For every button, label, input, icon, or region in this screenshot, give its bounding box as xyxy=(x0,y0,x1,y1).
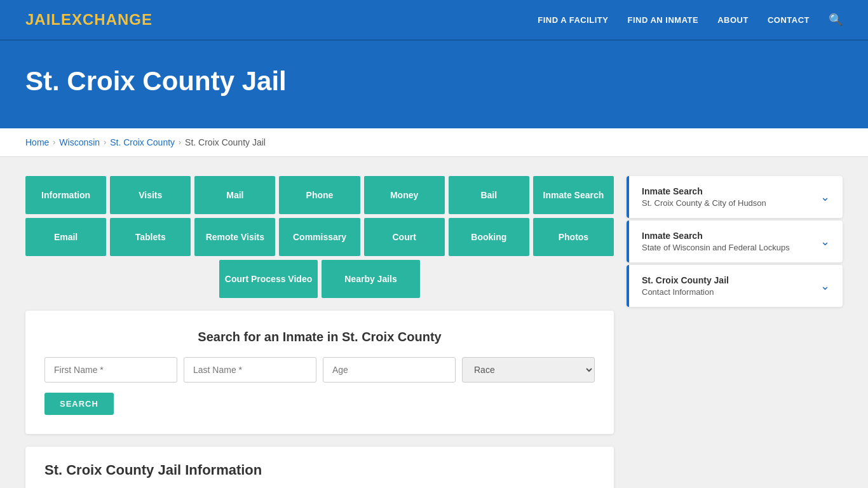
btn-mail[interactable]: Mail xyxy=(194,176,275,214)
btn-phone[interactable]: Phone xyxy=(279,176,360,214)
breadcrumb: Home › Wisconsin › St. Croix County › St… xyxy=(25,137,843,147)
btn-remote-visits[interactable]: Remote Visits xyxy=(194,218,275,256)
breadcrumb-sep3: › xyxy=(179,138,181,147)
sidebar-card-1-sub-title: St. Croix County & City of Hudson xyxy=(642,198,766,208)
nav-about[interactable]: ABOUT xyxy=(717,15,749,25)
search-button[interactable]: SEARCH xyxy=(44,393,114,415)
right-sidebar: Inmate Search St. Croix County & City of… xyxy=(627,176,843,488)
main-nav: FIND A FACILITY FIND AN INMATE ABOUT CON… xyxy=(538,13,843,27)
btn-information[interactable]: Information xyxy=(25,176,106,214)
grid-row-2: Email Tablets Remote Visits Commissary C… xyxy=(25,218,614,256)
btn-photos[interactable]: Photos xyxy=(533,218,614,256)
btn-bail[interactable]: Bail xyxy=(449,176,529,214)
search-icon-button[interactable]: 🔍 xyxy=(829,13,843,27)
sidebar-card-3-main-title: St. Croix County Jail xyxy=(642,275,729,285)
search-form: Race White Black Hispanic Asian Other xyxy=(44,357,595,383)
last-name-input[interactable] xyxy=(184,357,316,383)
breadcrumb-wisconsin[interactable]: Wisconsin xyxy=(59,137,100,147)
chevron-down-icon-1: ⌄ xyxy=(820,190,830,204)
nav-find-facility[interactable]: FIND A FACILITY xyxy=(538,15,608,25)
sidebar-card-2-title: Inmate Search State of Wisconsin and Fed… xyxy=(642,231,790,252)
logo-part2: EXCHANGE xyxy=(61,11,153,28)
sidebar-card-2-header[interactable]: Inmate Search State of Wisconsin and Fed… xyxy=(627,220,843,262)
grid-row-3: Court Process Video Nearby Jails xyxy=(25,260,614,298)
btn-court-process-video[interactable]: Court Process Video xyxy=(219,260,318,298)
nav-find-inmate[interactable]: FIND AN INMATE xyxy=(627,15,698,25)
sidebar-card-1-header[interactable]: Inmate Search St. Croix County & City of… xyxy=(627,176,843,218)
sidebar-card-1-main-title: Inmate Search xyxy=(642,186,766,196)
search-panel: Search for an Inmate in St. Croix County… xyxy=(25,311,614,434)
breadcrumb-st-croix-county[interactable]: St. Croix County xyxy=(110,137,175,147)
btn-booking[interactable]: Booking xyxy=(449,218,529,256)
breadcrumb-home[interactable]: Home xyxy=(25,137,49,147)
breadcrumb-sep2: › xyxy=(104,138,106,147)
main-content: Information Visits Mail Phone Money Bail… xyxy=(0,157,868,488)
hero-section: St. Croix County Jail xyxy=(0,41,868,128)
sidebar-card-3-title: St. Croix County Jail Contact Informatio… xyxy=(642,275,729,297)
logo-part1: JAIL xyxy=(25,11,61,28)
btn-court[interactable]: Court xyxy=(364,218,445,256)
left-column: Information Visits Mail Phone Money Bail… xyxy=(25,176,614,488)
btn-email[interactable]: Email xyxy=(25,218,106,256)
page-title: St. Croix County Jail xyxy=(25,66,843,97)
sidebar-card-1-title: Inmate Search St. Croix County & City of… xyxy=(642,186,766,208)
btn-visits[interactable]: Visits xyxy=(110,176,191,214)
sidebar-card-2-main-title: Inmate Search xyxy=(642,231,790,241)
info-section-title: St. Croix County Jail Information xyxy=(44,462,595,478)
btn-money[interactable]: Money xyxy=(364,176,445,214)
info-section: St. Croix County Jail Information xyxy=(25,447,614,488)
sidebar-card-2-sub-title: State of Wisconsin and Federal Lockups xyxy=(642,243,790,252)
chevron-down-icon-2: ⌄ xyxy=(820,234,830,248)
breadcrumb-current: St. Croix County Jail xyxy=(185,137,266,147)
breadcrumb-bar: Home › Wisconsin › St. Croix County › St… xyxy=(0,128,868,157)
race-select[interactable]: Race White Black Hispanic Asian Other xyxy=(462,357,595,383)
header: JAILEXCHANGE FIND A FACILITY FIND AN INM… xyxy=(0,0,868,41)
chevron-down-icon-3: ⌄ xyxy=(820,279,830,293)
first-name-input[interactable] xyxy=(44,357,177,383)
nav-contact[interactable]: CONTACT xyxy=(768,15,810,25)
btn-commissary[interactable]: Commissary xyxy=(279,218,360,256)
breadcrumb-sep1: › xyxy=(53,138,55,147)
btn-inmate-search[interactable]: Inmate Search xyxy=(533,176,614,214)
grid-row-1: Information Visits Mail Phone Money Bail… xyxy=(25,176,614,214)
search-panel-title: Search for an Inmate in St. Croix County xyxy=(44,330,595,344)
sidebar-card-3-header[interactable]: St. Croix County Jail Contact Informatio… xyxy=(627,265,843,307)
sidebar-card-3-sub-title: Contact Information xyxy=(642,287,714,297)
age-input[interactable] xyxy=(323,357,456,383)
sidebar-card-1: Inmate Search St. Croix County & City of… xyxy=(627,176,843,218)
btn-nearby-jails[interactable]: Nearby Jails xyxy=(322,260,420,298)
sidebar-card-3: St. Croix County Jail Contact Informatio… xyxy=(627,265,843,307)
logo[interactable]: JAILEXCHANGE xyxy=(25,11,153,29)
btn-tablets[interactable]: Tablets xyxy=(110,218,191,256)
sidebar-card-2: Inmate Search State of Wisconsin and Fed… xyxy=(627,220,843,262)
